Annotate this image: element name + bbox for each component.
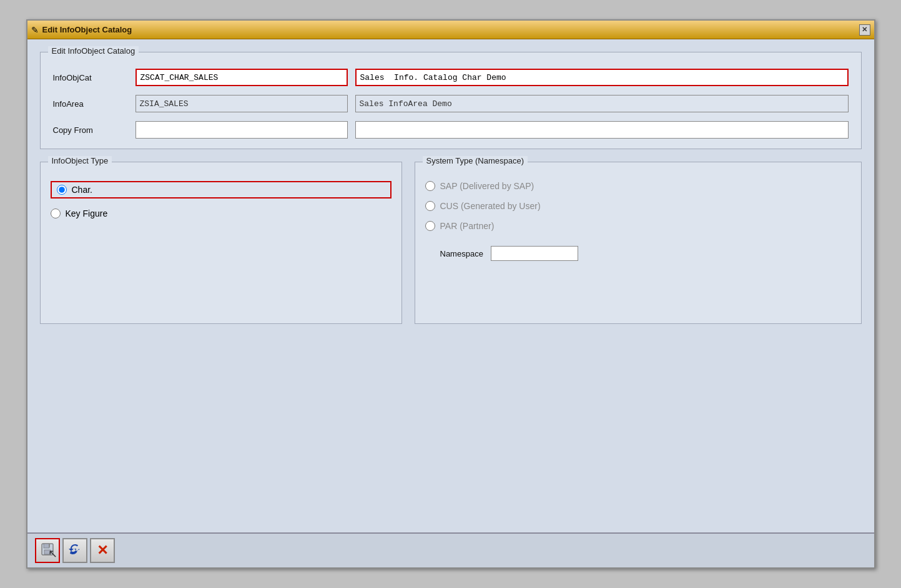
toolbar: ↖ ✕ <box>27 532 874 567</box>
par-label: PAR (Partner) <box>440 221 495 231</box>
svg-rect-2 <box>44 550 51 554</box>
refresh-icon <box>67 542 82 560</box>
keyfigure-label: Key Figure <box>66 208 108 218</box>
infoarea-code-input <box>135 95 348 112</box>
main-window: ✎ Edit InfoObject Catalog ✕ Edit InfoObj… <box>26 19 875 569</box>
infoobjtype-title: InfoObject Type <box>48 156 112 165</box>
systemtype-radio-group: SAP (Delivered by SAP) CUS (Generated by… <box>425 181 851 261</box>
cus-radio[interactable] <box>425 201 435 211</box>
cus-radio-item[interactable]: CUS (Generated by User) <box>425 201 851 211</box>
cancel-icon: ✕ <box>97 542 108 559</box>
systemtype-title: System Type (Namespace) <box>423 156 528 165</box>
infoobjcat-code-input[interactable] <box>135 69 348 86</box>
namespace-input[interactable] <box>491 246 578 261</box>
copyfrom-row: Copy From <box>53 121 849 139</box>
content-area: Edit InfoObject Catalog InfoObjCat InfoA… <box>27 39 874 532</box>
save-icon <box>40 542 55 560</box>
infoarea-row: InfoArea <box>53 95 849 112</box>
svg-rect-3 <box>49 544 50 547</box>
infoobjcat-label: InfoObjCat <box>53 73 128 82</box>
cancel-button[interactable]: ✕ <box>90 538 115 563</box>
infoobjtype-box: InfoObject Type Char. Key Figure <box>40 162 402 324</box>
save-button[interactable]: ↖ <box>35 538 60 563</box>
close-button[interactable]: ✕ <box>859 24 870 36</box>
par-radio-item[interactable]: PAR (Partner) <box>425 221 851 231</box>
lower-section: InfoObject Type Char. Key Figure Sys <box>40 162 862 324</box>
copyfrom-label: Copy From <box>53 125 128 135</box>
sap-radio[interactable] <box>425 181 435 191</box>
systemtype-box: System Type (Namespace) SAP (Delivered b… <box>415 162 862 324</box>
refresh-button[interactable] <box>62 538 87 563</box>
char-label: Char. <box>72 185 92 195</box>
copyfrom-code-input[interactable] <box>135 121 348 139</box>
svg-rect-1 <box>44 544 49 548</box>
namespace-label: Namespace <box>440 249 483 258</box>
main-form: InfoObjCat InfoArea Copy From <box>53 69 849 139</box>
char-radio[interactable] <box>57 185 67 195</box>
char-radio-item[interactable]: Char. <box>51 181 391 198</box>
cus-label: CUS (Generated by User) <box>440 201 541 211</box>
title-bar: ✎ Edit InfoObject Catalog ✕ <box>27 21 874 39</box>
infoarea-desc-input <box>355 95 849 112</box>
keyfigure-radio-item[interactable]: Key Figure <box>51 208 391 218</box>
window-icon: ✎ <box>31 25 39 35</box>
infoobjcat-desc-input[interactable] <box>355 69 849 86</box>
copyfrom-desc-input[interactable] <box>355 121 849 139</box>
sap-label: SAP (Delivered by SAP) <box>440 181 534 191</box>
infoobjtype-radio-group: Char. Key Figure <box>51 181 391 218</box>
main-group-title: Edit InfoObject Catalog <box>48 46 139 56</box>
par-radio[interactable] <box>425 221 435 231</box>
infoobjcat-row: InfoObjCat <box>53 69 849 86</box>
keyfigure-radio[interactable] <box>51 208 61 218</box>
infoarea-label: InfoArea <box>53 99 128 109</box>
window-title: Edit InfoObject Catalog <box>42 25 132 34</box>
namespace-row: Namespace <box>425 246 851 261</box>
main-group-box: Edit InfoObject Catalog InfoObjCat InfoA… <box>40 52 862 149</box>
title-bar-left: ✎ Edit InfoObject Catalog <box>31 25 132 35</box>
sap-radio-item[interactable]: SAP (Delivered by SAP) <box>425 181 851 191</box>
